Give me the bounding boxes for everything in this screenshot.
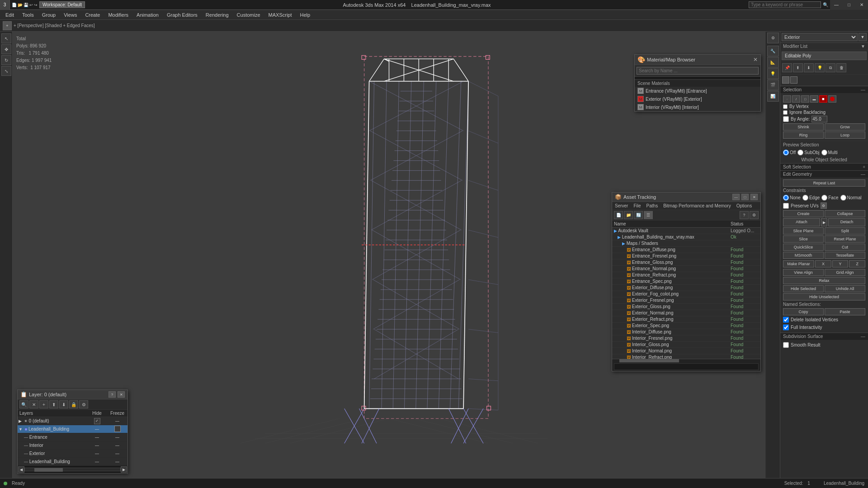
lt-btn-7[interactable]: ⚙: [79, 400, 88, 408]
at-tb-2[interactable]: 📁: [624, 211, 633, 219]
layers-close-btn[interactable]: ✕: [118, 391, 125, 398]
at-row-exterior-gloss[interactable]: 🖼 Exterior_Gloss.png Found: [612, 304, 760, 310]
at-menu-options[interactable]: Options: [736, 202, 753, 209]
maximize-button[interactable]: □: [843, 0, 855, 10]
at-row-interior-refract[interactable]: 🖼 Interior_Refract.png Found: [612, 354, 760, 359]
menu-group[interactable]: Group: [38, 11, 60, 19]
menu-edit[interactable]: Edit: [2, 11, 18, 19]
layer-row-entrance[interactable]: — Entrance — —: [18, 433, 127, 441]
rotate-tool[interactable]: ↻: [1, 55, 11, 65]
sel-edge-icon[interactable]: /: [792, 95, 800, 103]
menu-maxscript[interactable]: MAXScript: [265, 11, 296, 19]
menu-views[interactable]: Views: [60, 11, 80, 19]
at-row-entrance-refract[interactable]: 🖼 Entrance_Refract.png Found: [612, 272, 760, 278]
layers-scrollbar-track[interactable]: [24, 468, 121, 471]
at-rows-container[interactable]: ▶ Autodesk Vault Logged O... ▶ Leadenhal…: [612, 228, 760, 359]
by-vertex-checkbox[interactable]: [783, 104, 788, 109]
constraint-normal-radio[interactable]: [840, 195, 846, 201]
rs-copy-icon[interactable]: ⧉: [826, 63, 835, 72]
rs-move-down-icon[interactable]: ⬇: [804, 63, 814, 72]
layers-scrollbar[interactable]: ◀ ▶: [18, 466, 127, 473]
angle-input[interactable]: [811, 116, 827, 122]
ls-arrow-left[interactable]: ◀: [18, 466, 24, 473]
hide-selected-btn[interactable]: Hide Selected: [783, 285, 824, 292]
x-btn[interactable]: X: [815, 260, 831, 267]
viewport-area[interactable]: Total Polys: 896 920 Tris: 1 791 480 Edg…: [13, 32, 765, 478]
detach-btn[interactable]: Detach: [828, 218, 865, 226]
at-tb-settings[interactable]: ⚙: [750, 211, 759, 219]
preview-off-radio[interactable]: [783, 150, 789, 155]
at-row-entrance-spec[interactable]: 🖼 Entrance_Spec.png Found: [612, 278, 760, 285]
grid-align-btn[interactable]: Grid Align: [825, 269, 865, 276]
msmooth-btn[interactable]: MSmooth: [783, 252, 824, 259]
constraint-none-radio[interactable]: [783, 195, 789, 201]
rp-icon-5[interactable]: 🎬: [767, 80, 779, 90]
at-row-entrance-fresnel[interactable]: 🖼 Entrance_Fresnel.png Found: [612, 253, 760, 259]
rs-dropdown[interactable]: Exterior Entrance Interior: [782, 33, 858, 41]
rs-delete-icon[interactable]: 🗑: [836, 63, 846, 72]
make-planar-btn[interactable]: Make Planar: [783, 260, 814, 267]
color-swatch-2[interactable]: [790, 76, 797, 84]
preview-multi-radio[interactable]: [821, 150, 827, 155]
layers-help-btn[interactable]: ?: [108, 391, 116, 398]
menu-tools[interactable]: Tools: [19, 11, 38, 19]
at-tb-3[interactable]: 🔄: [634, 211, 643, 219]
layer-row-interior[interactable]: — Interior — —: [18, 441, 127, 450]
create-btn[interactable]: Create: [783, 210, 824, 217]
lt-btn-2[interactable]: ✕: [29, 400, 38, 408]
sel-border-icon[interactable]: □: [801, 95, 809, 103]
scale-tool[interactable]: ⤡: [1, 66, 11, 76]
at-menu-bitmap[interactable]: Bitmap Performance and Memory: [662, 202, 732, 209]
menu-graph-editors[interactable]: Graph Editors: [163, 11, 201, 19]
toolbar-btn-1[interactable]: +: [3, 21, 12, 30]
lt-btn-3[interactable]: +: [39, 400, 48, 408]
search-icon[interactable]: 🔍: [821, 2, 830, 7]
quickslice-btn[interactable]: QuickSlice: [783, 244, 824, 251]
menu-help[interactable]: Help: [297, 11, 314, 19]
at-restore-btn[interactable]: □: [741, 194, 749, 200]
preserve-uvs-settings[interactable]: ⚙: [821, 202, 827, 209]
ls-arrow-right[interactable]: ▶: [121, 466, 127, 473]
attach-btn[interactable]: Attach: [783, 218, 820, 226]
at-row-interior-gloss[interactable]: 🖼 Interior_Gloss.png Found: [612, 342, 760, 348]
layer-freeze-check[interactable]: [114, 426, 121, 432]
menu-create[interactable]: Create: [81, 11, 104, 19]
by-angle-checkbox[interactable]: [783, 116, 789, 122]
layers-scrollbar-thumb[interactable]: [34, 468, 63, 472]
y-btn[interactable]: Y: [832, 260, 849, 267]
cut-btn[interactable]: Cut: [825, 244, 865, 251]
loop-btn[interactable]: Loop: [825, 131, 865, 139]
rs-soft-selection-header[interactable]: Soft Selection +: [780, 163, 868, 170]
menu-rendering[interactable]: Rendering: [202, 11, 232, 19]
minimize-button[interactable]: —: [830, 0, 843, 10]
paste-btn[interactable]: Paste: [825, 308, 865, 315]
collapse-btn[interactable]: Collapse: [825, 210, 865, 217]
view-align-btn[interactable]: View Align: [783, 269, 824, 276]
lt-btn-5[interactable]: ⬇: [59, 400, 68, 408]
at-row-exterior-fog[interactable]: 🖼 Exterior_Fog_colot.png Found: [612, 291, 760, 297]
rp-icon-1[interactable]: ⚙: [767, 33, 779, 43]
mat-search-input[interactable]: [637, 67, 759, 75]
redo-icon[interactable]: ↪: [34, 3, 38, 7]
rs-modifier-entry[interactable]: Editable Poly: [782, 52, 867, 60]
at-row-interior-fresnel[interactable]: 🖼 Interior_Fresnel.png Found: [612, 335, 760, 342]
preserve-uvs-checkbox[interactable]: [783, 203, 789, 209]
at-row-vault[interactable]: ▶ Autodesk Vault Logged O...: [612, 228, 760, 234]
preview-subobj-radio[interactable]: [797, 150, 803, 155]
grow-btn[interactable]: Grow: [825, 123, 865, 131]
workspace-selector[interactable]: Workspace: Default: [39, 1, 85, 8]
layer-row-leadenhall-building[interactable]: — Leadenhall_Building — —: [18, 458, 127, 466]
relax-btn[interactable]: Relax: [783, 277, 865, 284]
at-menu-server[interactable]: Server: [614, 202, 629, 209]
rs-pin-icon[interactable]: 📌: [782, 63, 792, 72]
lt-btn-6[interactable]: 🔒: [69, 400, 78, 408]
at-minimize-btn[interactable]: —: [732, 194, 740, 200]
at-row-interior-normal[interactable]: 🖼 Interior_Normal.png Found: [612, 348, 760, 354]
at-row-maps[interactable]: ▶ Maps / Shaders: [612, 240, 760, 247]
split-btn[interactable]: Split: [825, 227, 865, 235]
rp-icon-6[interactable]: 📊: [767, 91, 779, 102]
at-row-interior-diffuse[interactable]: 🖼 Interior_Diffuse.png Found: [612, 329, 760, 335]
mat-item-entrance[interactable]: M Entrance (VRayMtl) [Entrance]: [635, 87, 760, 95]
sel-element-icon[interactable]: ◼: [819, 95, 827, 103]
save-icon[interactable]: 💾: [24, 3, 28, 7]
